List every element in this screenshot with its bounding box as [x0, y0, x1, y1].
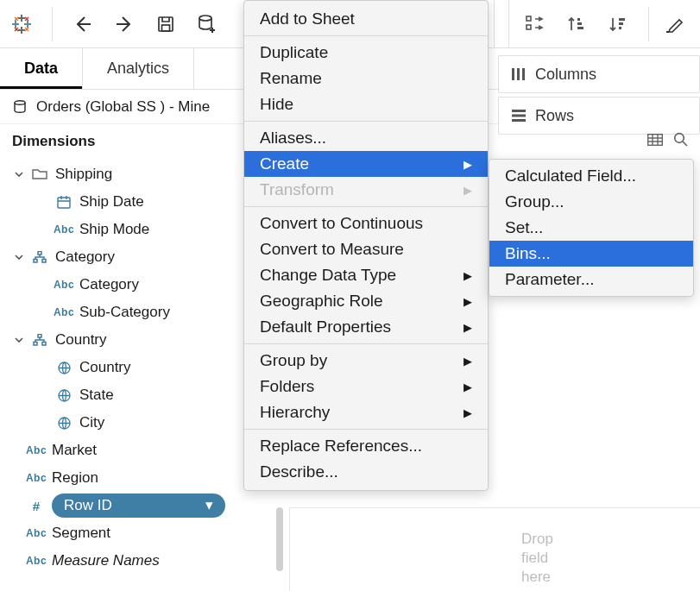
menu-hierarchy[interactable]: Hierarchy▶	[244, 399, 488, 425]
field-label: Sub-Category	[79, 304, 170, 321]
menu-label: Create	[260, 154, 309, 173]
toolbar-separator	[648, 7, 649, 41]
dimensions-title: Dimensions	[12, 133, 95, 150]
globe-icon	[55, 389, 73, 402]
view-as-table-icon[interactable]	[647, 133, 663, 150]
field-label: Region	[52, 469, 98, 487]
columns-label: Columns	[535, 66, 596, 84]
field-pill-selected[interactable]: Row ID ▾	[52, 494, 225, 518]
menu-create[interactable]: Create▶	[244, 151, 488, 177]
swap-axes-button[interactable]	[522, 11, 548, 37]
menu-group-by[interactable]: Group by▶	[244, 348, 488, 374]
menu-aliases[interactable]: Aliases...	[244, 125, 488, 151]
menu-label: Add to Sheet	[260, 9, 355, 28]
highlight-button[interactable]	[663, 11, 689, 37]
back-button[interactable]	[70, 11, 96, 37]
string-icon: Abc	[28, 527, 45, 539]
toolbar-right-group	[522, 0, 689, 48]
svg-rect-32	[512, 115, 526, 117]
save-button[interactable]	[153, 11, 179, 37]
field-label: Country	[79, 359, 131, 376]
new-data-source-button[interactable]	[194, 11, 220, 37]
svg-rect-37	[38, 252, 41, 255]
menu-add-to-sheet[interactable]: Add to Sheet	[244, 6, 488, 32]
toolbar-overflow-dropdown[interactable]	[494, 0, 509, 48]
rows-shelf[interactable]: Rows	[498, 97, 700, 135]
field-label: Segment	[52, 525, 110, 542]
sidebar-scrollbar[interactable]	[276, 507, 283, 571]
submenu-bins[interactable]: Bins...	[489, 241, 693, 267]
menu-folders[interactable]: Folders▶	[244, 374, 488, 399]
field-label: Measure Names	[52, 552, 160, 569]
chevron-down-icon	[14, 336, 24, 344]
sort-desc-button[interactable]	[605, 11, 631, 37]
submenu-arrow-icon: ▶	[464, 380, 472, 393]
submenu-arrow-icon: ▶	[464, 295, 472, 308]
menu-label: Group by	[260, 351, 327, 370]
field-label: City	[79, 414, 104, 431]
globe-icon	[55, 417, 73, 430]
svg-rect-22	[577, 22, 582, 25]
hierarchy-icon	[31, 251, 48, 263]
menu-geographic-role[interactable]: Geographic Role▶	[244, 288, 488, 314]
submenu-group[interactable]: Group...	[489, 189, 693, 215]
menu-label: Calculated Field...	[505, 167, 636, 185]
string-icon: Abc	[55, 223, 73, 236]
database-icon	[12, 99, 28, 115]
search-icon[interactable]	[673, 132, 688, 151]
sort-asc-button[interactable]	[564, 11, 590, 37]
menu-label: Parameter...	[505, 270, 595, 289]
menu-hide[interactable]: Hide	[244, 91, 488, 117]
submenu-set[interactable]: Set...	[489, 215, 693, 241]
submenu-arrow-icon: ▶	[464, 158, 472, 171]
menu-label: Convert to Continuous	[260, 214, 423, 233]
field-label: Market	[52, 442, 97, 459]
field-label: Ship Mode	[79, 221, 149, 238]
tableau-logo-icon[interactable]	[9, 11, 35, 37]
menu-change-data-type[interactable]: Change Data Type▶	[244, 262, 488, 288]
menu-label: Set...	[505, 218, 543, 237]
canvas-area[interactable]	[289, 507, 700, 591]
menu-default-properties[interactable]: Default Properties▶	[244, 314, 488, 340]
svg-rect-17	[162, 25, 170, 31]
menu-describe[interactable]: Describe...	[244, 459, 488, 485]
menu-label: Convert to Measure	[260, 240, 404, 259]
field-label: Row ID	[64, 497, 112, 514]
submenu-parameter[interactable]: Parameter...	[489, 267, 693, 292]
svg-rect-38	[34, 260, 37, 263]
drop-hint-line: here	[521, 568, 553, 587]
menu-label: Folders	[260, 377, 314, 396]
hierarchy-icon	[31, 334, 48, 346]
menu-label: Geographic Role	[260, 292, 383, 311]
pill-dropdown-icon[interactable]: ▾	[205, 496, 213, 514]
svg-rect-26	[619, 27, 621, 29]
menu-convert-continuous[interactable]: Convert to Continuous	[244, 211, 488, 236]
field-label: State	[79, 387, 114, 404]
svg-point-35	[675, 134, 684, 143]
submenu-calculated-field[interactable]: Calculated Field...	[489, 163, 693, 189]
menu-duplicate[interactable]: Duplicate	[244, 40, 488, 66]
menu-rename[interactable]: Rename	[244, 66, 488, 91]
svg-rect-34	[648, 135, 663, 146]
columns-icon	[511, 67, 527, 81]
submenu-arrow-icon: ▶	[464, 355, 472, 368]
svg-rect-40	[38, 335, 41, 338]
menu-label: Transform	[260, 180, 334, 199]
tab-analytics[interactable]: Analytics	[83, 48, 194, 89]
svg-rect-30	[522, 68, 525, 80]
submenu-arrow-icon: ▶	[464, 269, 472, 282]
folder-icon	[31, 168, 48, 180]
field-label: Shipping	[55, 166, 112, 183]
string-icon: Abc	[28, 555, 45, 567]
menu-convert-measure[interactable]: Convert to Measure	[244, 236, 488, 262]
svg-rect-19	[527, 16, 531, 21]
tab-data-label: Data	[24, 60, 58, 78]
svg-rect-24	[619, 18, 625, 21]
menu-replace-references[interactable]: Replace References...	[244, 433, 488, 459]
forward-button[interactable]	[111, 11, 137, 37]
columns-shelf[interactable]: Columns	[498, 55, 700, 93]
tab-data[interactable]: Data	[0, 48, 83, 89]
field-label: Category	[79, 276, 139, 293]
string-icon: Abc	[55, 306, 73, 318]
svg-rect-33	[512, 119, 526, 122]
